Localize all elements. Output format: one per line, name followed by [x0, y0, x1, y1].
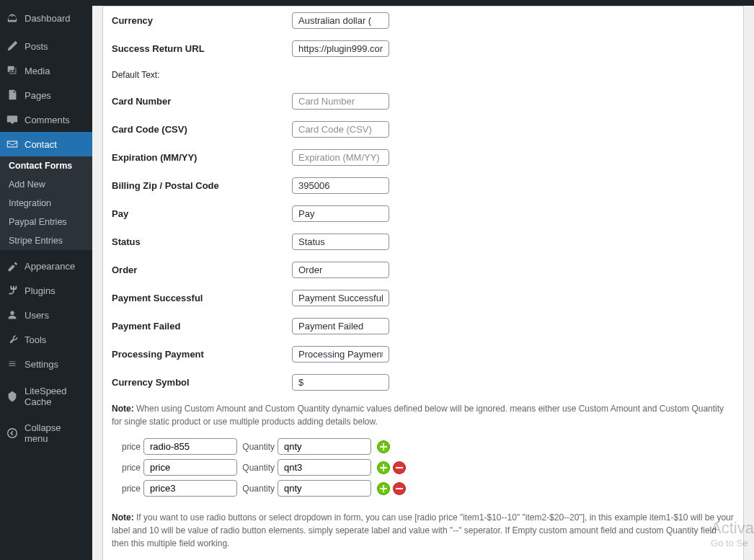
nav-label: Dashboard	[25, 13, 71, 24]
admin-sidebar: Dashboard Posts Media Pages Comments Con…	[0, 6, 92, 560]
note-radio: Note: If you want to use radio buttons o…	[103, 505, 743, 556]
sidebar-item-plugins[interactable]: Plugins	[0, 278, 92, 303]
add-row-button[interactable]	[377, 440, 390, 453]
nav-label: Comments	[25, 115, 70, 125]
sidebar-item-media[interactable]: Media	[0, 58, 92, 83]
payment-failed-label: Payment Failed	[103, 321, 292, 332]
status-input[interactable]	[292, 234, 389, 250]
sidebar-sub-stripe-entries[interactable]: Stripe Entries	[0, 231, 92, 250]
price-label: price	[112, 463, 141, 473]
add-row-button[interactable]	[377, 461, 390, 474]
payment-success-input[interactable]	[292, 290, 389, 306]
payment-success-label: Payment Successful	[103, 293, 292, 303]
zip-label: Billing Zip / Postal Code	[103, 180, 292, 191]
product-row: price Quantity	[112, 480, 735, 497]
qty-input[interactable]	[278, 480, 371, 497]
note-prefix: Note:	[112, 404, 134, 414]
svg-rect-1	[396, 467, 403, 468]
qty-label: Quantity	[240, 484, 275, 494]
price-label: price	[112, 442, 141, 452]
qty-label: Quantity	[240, 463, 275, 473]
processing-label: Processing Payment	[103, 349, 292, 360]
remove-row-button[interactable]	[393, 461, 406, 474]
sidebar-item-appearance[interactable]: Appearance	[0, 254, 92, 278]
sidebar-sub-paypal-entries[interactable]: Paypal Entries	[0, 213, 92, 231]
remove-row-button[interactable]	[393, 482, 406, 495]
card-number-label: Card Number	[103, 96, 292, 107]
currency-symbol-input[interactable]	[292, 374, 389, 391]
pay-label: Pay	[103, 208, 292, 219]
nav-label: Plugins	[25, 285, 56, 296]
add-row-button[interactable]	[377, 482, 390, 495]
note-text: If you want to use radio buttons or sele…	[112, 512, 734, 548]
sidebar-item-contact[interactable]: Contact	[0, 132, 92, 156]
svg-point-0	[8, 429, 17, 438]
price-input[interactable]	[143, 480, 237, 497]
sidebar-item-litespeed[interactable]: LiteSpeed Cache	[0, 380, 92, 413]
price-input[interactable]	[143, 438, 237, 455]
card-number-input[interactable]	[292, 93, 389, 110]
zip-input[interactable]	[292, 177, 389, 194]
product-row: price Quantity	[112, 459, 735, 476]
note-text: When using Custom Amount and Custom Quan…	[112, 404, 724, 427]
nav-label: Contact	[25, 139, 57, 150]
sidebar-item-users[interactable]: Users	[0, 303, 92, 327]
product-row: price Quantity	[112, 438, 735, 455]
expiration-label: Expiration (MM/YY)	[103, 152, 292, 163]
order-label: Order	[103, 265, 292, 275]
sidebar-sub-contact-forms[interactable]: Contact Forms	[0, 156, 92, 175]
nav-label: Pages	[25, 90, 51, 101]
sidebar-sub-integration[interactable]: Integration	[0, 194, 92, 213]
nav-label: Tools	[25, 334, 46, 345]
nav-label: LiteSpeed Cache	[25, 386, 87, 407]
qty-input[interactable]	[278, 459, 371, 476]
order-input[interactable]	[292, 262, 389, 278]
price-input[interactable]	[143, 459, 237, 476]
main-content: Currency Australian dollar (AUD) Success…	[92, 6, 754, 560]
card-code-label: Card Code (CSV)	[103, 124, 292, 135]
nav-label: Settings	[25, 359, 58, 370]
processing-input[interactable]	[292, 346, 389, 363]
sidebar-item-comments[interactable]: Comments	[0, 107, 92, 132]
return-url-input[interactable]	[292, 40, 389, 57]
sidebar-item-posts[interactable]: Posts	[0, 34, 92, 58]
nav-label: Posts	[25, 41, 48, 52]
status-label: Status	[103, 236, 292, 247]
default-text-heading: Default Text:	[103, 63, 743, 87]
svg-rect-2	[396, 488, 403, 489]
admin-topbar	[0, 0, 754, 6]
price-label: price	[112, 484, 141, 494]
note-products: Note: When using Custom Amount and Custo…	[103, 396, 743, 434]
nav-label: Collapse menu	[25, 422, 87, 444]
payment-failed-input[interactable]	[292, 318, 389, 334]
sidebar-submenu: Contact Forms Add New Integration Paypal…	[0, 156, 92, 250]
sidebar-item-collapse[interactable]: Collapse menu	[0, 417, 92, 450]
expiration-input[interactable]	[292, 149, 389, 166]
pay-input[interactable]	[292, 205, 389, 222]
currency-symbol-label: Currency Symbol	[103, 377, 292, 388]
sidebar-item-tools[interactable]: Tools	[0, 327, 92, 352]
sidebar-item-settings[interactable]: Settings	[0, 352, 92, 376]
sidebar-item-pages[interactable]: Pages	[0, 83, 92, 107]
sidebar-item-dashboard[interactable]: Dashboard	[0, 6, 92, 30]
currency-label: Currency	[103, 15, 292, 26]
nav-label: Appearance	[25, 261, 75, 272]
products-block: price Quantity price Quantity	[103, 434, 743, 505]
note-prefix: Note:	[112, 512, 134, 523]
settings-panel: Currency Australian dollar (AUD) Success…	[102, 6, 744, 560]
currency-select[interactable]: Australian dollar (AUD)	[292, 12, 389, 29]
sidebar-sub-add-new[interactable]: Add New	[0, 175, 92, 194]
nav-label: Media	[25, 66, 50, 76]
nav-label: Users	[25, 310, 49, 321]
qty-input[interactable]	[278, 438, 371, 455]
qty-label: Quantity	[240, 442, 275, 452]
return-url-label: Success Return URL	[103, 43, 292, 54]
card-code-input[interactable]	[292, 121, 389, 138]
